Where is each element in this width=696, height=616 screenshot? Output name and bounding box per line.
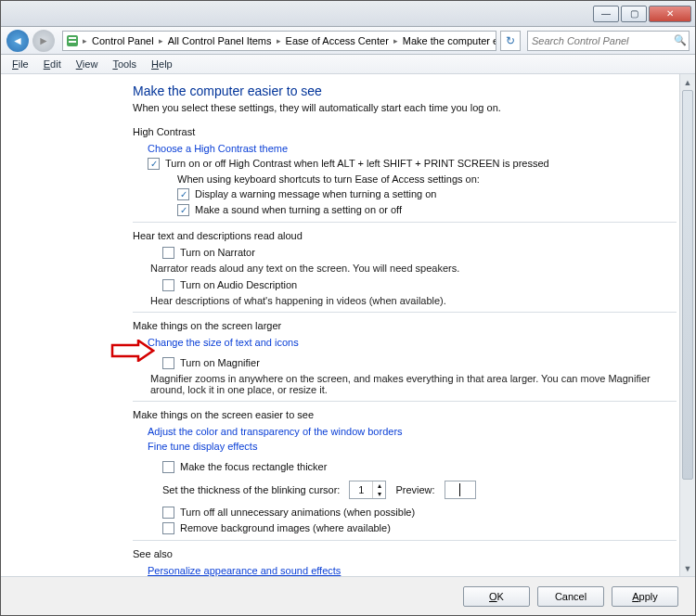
chevron-right-icon: ▸ bbox=[82, 36, 88, 45]
cursor-thickness-value: 1 bbox=[350, 484, 372, 495]
section-high-contrast: High Contrast bbox=[133, 126, 677, 137]
label-magnifier: Turn on Magnifier bbox=[180, 357, 260, 368]
cancel-button[interactable]: Cancel bbox=[537, 586, 604, 607]
checkbox-magnifier[interactable] bbox=[162, 357, 174, 369]
crumb-all-items[interactable]: All Control Panel Items bbox=[164, 35, 276, 46]
link-fine-tune[interactable]: Fine tune display effects bbox=[148, 441, 257, 452]
label-turn-off-animations: Turn off all unnecessary animations (whe… bbox=[180, 507, 415, 518]
back-button[interactable]: ◄ bbox=[6, 30, 29, 52]
refresh-button[interactable]: ↻ bbox=[500, 31, 521, 51]
scroll-thumb[interactable] bbox=[682, 90, 693, 480]
crumb-control-panel[interactable]: Control Panel bbox=[88, 35, 158, 46]
checkbox-narrator[interactable] bbox=[162, 247, 174, 259]
footer-bar: OK Cancel Apply bbox=[1, 576, 695, 615]
checkbox-display-warning[interactable] bbox=[177, 188, 189, 200]
ok-button[interactable]: OK bbox=[463, 586, 530, 607]
menu-tools[interactable]: Tools bbox=[105, 57, 144, 71]
minimize-button[interactable]: — bbox=[593, 6, 619, 22]
menu-help[interactable]: Help bbox=[144, 57, 180, 71]
label-make-sound: Make a sound when turning a setting on o… bbox=[195, 204, 402, 215]
page-subtitle: When you select these settings, they wil… bbox=[133, 102, 677, 113]
menu-edit[interactable]: Edit bbox=[36, 57, 69, 71]
chevron-right-icon: ▸ bbox=[393, 36, 399, 45]
checkbox-audio-description[interactable] bbox=[162, 279, 174, 291]
link-personalize[interactable]: Personalize appearance and sound effects bbox=[148, 565, 341, 576]
control-panel-window: — ▢ ✕ ◄ ► ▸ Control Panel ▸ All Control … bbox=[0, 0, 696, 616]
link-adjust-transparency[interactable]: Adjust the color and transparency of the… bbox=[148, 426, 403, 437]
content-area: Make the computer easier to see When you… bbox=[1, 74, 695, 576]
stepper-icon[interactable]: ▴▾ bbox=[372, 481, 385, 498]
menu-view[interactable]: View bbox=[69, 57, 106, 71]
control-panel-icon bbox=[65, 32, 80, 49]
forward-button[interactable]: ► bbox=[32, 30, 55, 52]
close-button[interactable]: ✕ bbox=[649, 6, 691, 22]
svg-rect-2 bbox=[69, 41, 76, 43]
svg-rect-1 bbox=[69, 37, 76, 39]
checkbox-make-sound[interactable] bbox=[177, 204, 189, 216]
desc-narrator: Narrator reads aloud any text on the scr… bbox=[150, 263, 677, 274]
crumb-ease-of-access[interactable]: Ease of Access Center bbox=[282, 35, 393, 46]
search-box[interactable]: 🔍 bbox=[527, 31, 690, 51]
menu-file[interactable]: File bbox=[5, 57, 36, 71]
crumb-easier-to-see[interactable]: Make the computer easier to see bbox=[399, 35, 496, 46]
scroll-up-icon[interactable]: ▲ bbox=[680, 74, 695, 90]
checkbox-high-contrast-toggle[interactable] bbox=[148, 158, 160, 170]
cursor-thickness-stepper[interactable]: 1 ▴▾ bbox=[349, 481, 386, 499]
link-change-size[interactable]: Change the size of text and icons bbox=[148, 337, 299, 348]
section-larger: Make things on the screen larger bbox=[133, 320, 677, 331]
menu-bar: File Edit View Tools Help bbox=[1, 55, 695, 74]
section-see-also: See also bbox=[133, 548, 677, 559]
label-high-contrast-toggle: Turn on or off High Contrast when left A… bbox=[165, 158, 549, 169]
link-choose-theme[interactable]: Choose a High Contrast theme bbox=[148, 143, 288, 154]
scroll-down-icon[interactable]: ▼ bbox=[680, 560, 695, 576]
desc-audio-description: Hear descriptions of what's happening in… bbox=[150, 295, 677, 306]
search-icon[interactable]: 🔍 bbox=[672, 34, 689, 46]
label-focus-rect: Make the focus rectangle thicker bbox=[180, 461, 327, 472]
label-shortcut-intro: When using keyboard shortcuts to turn Ea… bbox=[177, 173, 677, 185]
maximize-button[interactable]: ▢ bbox=[621, 6, 647, 22]
desc-magnifier: Magnifier zooms in anywhere on the scree… bbox=[150, 373, 677, 395]
section-easier: Make things on the screen easier to see bbox=[133, 409, 677, 420]
breadcrumb[interactable]: ▸ Control Panel ▸ All Control Panel Item… bbox=[62, 31, 496, 51]
navigation-bar: ◄ ► ▸ Control Panel ▸ All Control Panel … bbox=[1, 27, 695, 55]
titlebar: — ▢ ✕ bbox=[1, 1, 695, 27]
checkbox-turn-off-animations[interactable] bbox=[162, 507, 174, 519]
page-title: Make the computer easier to see bbox=[133, 83, 677, 98]
chevron-right-icon: ▸ bbox=[276, 36, 282, 45]
search-input[interactable] bbox=[528, 35, 672, 46]
label-preview: Preview: bbox=[395, 484, 434, 495]
section-hear: Hear text and descriptions read aloud bbox=[133, 230, 677, 241]
label-narrator: Turn on Narrator bbox=[180, 247, 255, 258]
label-remove-bg: Remove background images (where availabl… bbox=[180, 522, 391, 533]
apply-button[interactable]: Apply bbox=[612, 586, 678, 607]
cursor-preview bbox=[445, 481, 476, 499]
scrollbar[interactable]: ▲ ▼ bbox=[679, 74, 695, 576]
label-audio-description: Turn on Audio Description bbox=[180, 279, 297, 290]
label-cursor-thickness: Set the thickness of the blinking cursor… bbox=[162, 484, 340, 495]
checkbox-focus-rect[interactable] bbox=[162, 461, 174, 473]
chevron-right-icon: ▸ bbox=[158, 36, 164, 45]
checkbox-remove-bg[interactable] bbox=[162, 522, 174, 534]
label-display-warning: Display a warning message when turning a… bbox=[195, 188, 436, 199]
